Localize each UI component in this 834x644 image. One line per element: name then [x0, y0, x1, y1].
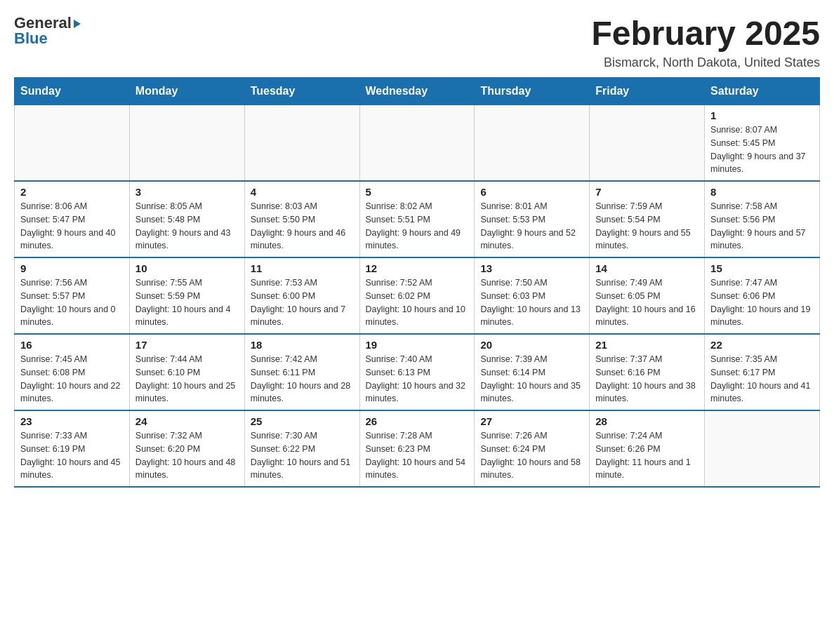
day-number: 11	[251, 262, 354, 274]
calendar-cell	[15, 105, 130, 182]
day-info: Sunrise: 7:47 AMSunset: 6:06 PMDaylight:…	[710, 276, 814, 329]
calendar-week-row-1: 1Sunrise: 8:07 AMSunset: 5:45 PMDaylight…	[15, 105, 820, 182]
day-info: Sunrise: 8:02 AMSunset: 5:51 PMDaylight:…	[366, 200, 469, 253]
day-info: Sunrise: 7:55 AMSunset: 5:59 PMDaylight:…	[135, 276, 239, 329]
logo: General Blue	[14, 14, 81, 48]
day-number: 7	[595, 186, 699, 198]
day-number: 20	[480, 339, 583, 351]
calendar-cell: 15Sunrise: 7:47 AMSunset: 6:06 PMDayligh…	[705, 257, 820, 334]
calendar-cell: 12Sunrise: 7:52 AMSunset: 6:02 PMDayligh…	[359, 257, 475, 334]
calendar-title: February 2025	[591, 14, 820, 53]
day-number: 8	[710, 186, 814, 198]
day-info: Sunrise: 7:24 AMSunset: 6:26 PMDaylight:…	[595, 429, 699, 482]
day-number: 9	[20, 262, 124, 274]
calendar-cell: 21Sunrise: 7:37 AMSunset: 6:16 PMDayligh…	[590, 334, 705, 410]
calendar-cell: 16Sunrise: 7:45 AMSunset: 6:08 PMDayligh…	[15, 334, 130, 410]
calendar-cell: 7Sunrise: 7:59 AMSunset: 5:54 PMDaylight…	[590, 181, 705, 257]
day-number: 28	[595, 415, 699, 427]
header-friday: Friday	[590, 78, 705, 105]
calendar-cell: 20Sunrise: 7:39 AMSunset: 6:14 PMDayligh…	[475, 334, 590, 410]
calendar-cell: 23Sunrise: 7:33 AMSunset: 6:19 PMDayligh…	[15, 410, 130, 487]
day-info: Sunrise: 7:30 AMSunset: 6:22 PMDaylight:…	[251, 429, 354, 482]
day-number: 12	[366, 262, 469, 274]
calendar-table: Sunday Monday Tuesday Wednesday Thursday…	[14, 77, 820, 488]
day-info: Sunrise: 7:32 AMSunset: 6:20 PMDaylight:…	[135, 429, 239, 482]
calendar-cell: 17Sunrise: 7:44 AMSunset: 6:10 PMDayligh…	[129, 334, 244, 410]
calendar-cell: 5Sunrise: 8:02 AMSunset: 5:51 PMDaylight…	[359, 181, 475, 257]
page-header: General Blue February 2025 Bismarck, Nor…	[14, 14, 820, 70]
day-number: 16	[20, 339, 124, 351]
calendar-cell: 8Sunrise: 7:58 AMSunset: 5:56 PMDaylight…	[705, 181, 820, 257]
day-info: Sunrise: 7:33 AMSunset: 6:19 PMDaylight:…	[20, 429, 124, 482]
day-info: Sunrise: 7:56 AMSunset: 5:57 PMDaylight:…	[20, 276, 124, 329]
day-number: 15	[710, 262, 814, 274]
calendar-cell	[590, 105, 705, 182]
day-info: Sunrise: 8:03 AMSunset: 5:50 PMDaylight:…	[251, 200, 354, 253]
calendar-week-row-5: 23Sunrise: 7:33 AMSunset: 6:19 PMDayligh…	[15, 410, 820, 487]
calendar-cell: 3Sunrise: 8:05 AMSunset: 5:48 PMDaylight…	[129, 181, 244, 257]
title-block: February 2025 Bismarck, North Dakota, Un…	[591, 14, 820, 70]
day-number: 21	[595, 339, 699, 351]
day-number: 4	[251, 186, 354, 198]
calendar-cell: 1Sunrise: 8:07 AMSunset: 5:45 PMDaylight…	[705, 105, 820, 182]
calendar-cell: 26Sunrise: 7:28 AMSunset: 6:23 PMDayligh…	[359, 410, 475, 487]
header-saturday: Saturday	[705, 78, 820, 105]
day-number: 25	[251, 415, 354, 427]
day-info: Sunrise: 7:40 AMSunset: 6:13 PMDaylight:…	[366, 353, 469, 405]
day-info: Sunrise: 7:53 AMSunset: 6:00 PMDaylight:…	[251, 276, 354, 329]
day-number: 18	[251, 339, 354, 351]
day-info: Sunrise: 8:06 AMSunset: 5:47 PMDaylight:…	[20, 200, 124, 253]
day-info: Sunrise: 7:49 AMSunset: 6:05 PMDaylight:…	[595, 276, 699, 329]
day-number: 6	[480, 186, 583, 198]
calendar-week-row-3: 9Sunrise: 7:56 AMSunset: 5:57 PMDaylight…	[15, 257, 820, 334]
day-number: 2	[20, 186, 124, 198]
day-number: 14	[595, 262, 699, 274]
calendar-cell	[244, 105, 359, 182]
calendar-cell	[129, 105, 244, 182]
calendar-cell: 27Sunrise: 7:26 AMSunset: 6:24 PMDayligh…	[475, 410, 590, 487]
calendar-cell: 13Sunrise: 7:50 AMSunset: 6:03 PMDayligh…	[475, 257, 590, 334]
calendar-cell: 22Sunrise: 7:35 AMSunset: 6:17 PMDayligh…	[705, 334, 820, 410]
calendar-cell: 25Sunrise: 7:30 AMSunset: 6:22 PMDayligh…	[244, 410, 359, 487]
day-info: Sunrise: 7:26 AMSunset: 6:24 PMDaylight:…	[480, 429, 583, 482]
calendar-cell: 19Sunrise: 7:40 AMSunset: 6:13 PMDayligh…	[359, 334, 475, 410]
header-thursday: Thursday	[475, 78, 590, 105]
calendar-cell: 18Sunrise: 7:42 AMSunset: 6:11 PMDayligh…	[244, 334, 359, 410]
calendar-cell	[475, 105, 590, 182]
calendar-cell: 28Sunrise: 7:24 AMSunset: 6:26 PMDayligh…	[590, 410, 705, 487]
day-number: 1	[710, 109, 814, 121]
day-number: 13	[480, 262, 583, 274]
day-info: Sunrise: 7:35 AMSunset: 6:17 PMDaylight:…	[710, 353, 814, 405]
day-number: 10	[135, 262, 239, 274]
day-info: Sunrise: 8:05 AMSunset: 5:48 PMDaylight:…	[135, 200, 239, 253]
day-number: 17	[135, 339, 239, 351]
calendar-cell: 6Sunrise: 8:01 AMSunset: 5:53 PMDaylight…	[475, 181, 590, 257]
day-info: Sunrise: 7:39 AMSunset: 6:14 PMDaylight:…	[480, 353, 583, 405]
calendar-cell	[359, 105, 475, 182]
calendar-cell: 9Sunrise: 7:56 AMSunset: 5:57 PMDaylight…	[15, 257, 130, 334]
calendar-cell: 2Sunrise: 8:06 AMSunset: 5:47 PMDaylight…	[15, 181, 130, 257]
day-number: 5	[366, 186, 469, 198]
header-sunday: Sunday	[15, 78, 130, 105]
day-info: Sunrise: 7:59 AMSunset: 5:54 PMDaylight:…	[595, 200, 699, 253]
day-info: Sunrise: 7:58 AMSunset: 5:56 PMDaylight:…	[710, 200, 814, 253]
logo-blue: Blue	[14, 29, 48, 48]
calendar-cell: 24Sunrise: 7:32 AMSunset: 6:20 PMDayligh…	[129, 410, 244, 487]
day-info: Sunrise: 8:01 AMSunset: 5:53 PMDaylight:…	[480, 200, 583, 253]
day-number: 22	[710, 339, 814, 351]
day-info: Sunrise: 7:50 AMSunset: 6:03 PMDaylight:…	[480, 276, 583, 329]
day-info: Sunrise: 7:44 AMSunset: 6:10 PMDaylight:…	[135, 353, 239, 405]
day-info: Sunrise: 7:45 AMSunset: 6:08 PMDaylight:…	[20, 353, 124, 405]
day-info: Sunrise: 7:28 AMSunset: 6:23 PMDaylight:…	[366, 429, 469, 482]
day-info: Sunrise: 7:37 AMSunset: 6:16 PMDaylight:…	[595, 353, 699, 405]
calendar-subtitle: Bismarck, North Dakota, United States	[591, 55, 820, 70]
day-number: 27	[480, 415, 583, 427]
day-info: Sunrise: 8:07 AMSunset: 5:45 PMDaylight:…	[710, 123, 814, 176]
calendar-cell: 14Sunrise: 7:49 AMSunset: 6:05 PMDayligh…	[590, 257, 705, 334]
calendar-week-row-4: 16Sunrise: 7:45 AMSunset: 6:08 PMDayligh…	[15, 334, 820, 410]
day-number: 23	[20, 415, 124, 427]
calendar-cell: 4Sunrise: 8:03 AMSunset: 5:50 PMDaylight…	[244, 181, 359, 257]
calendar-cell	[705, 410, 820, 487]
header-monday: Monday	[129, 78, 244, 105]
day-number: 19	[366, 339, 469, 351]
